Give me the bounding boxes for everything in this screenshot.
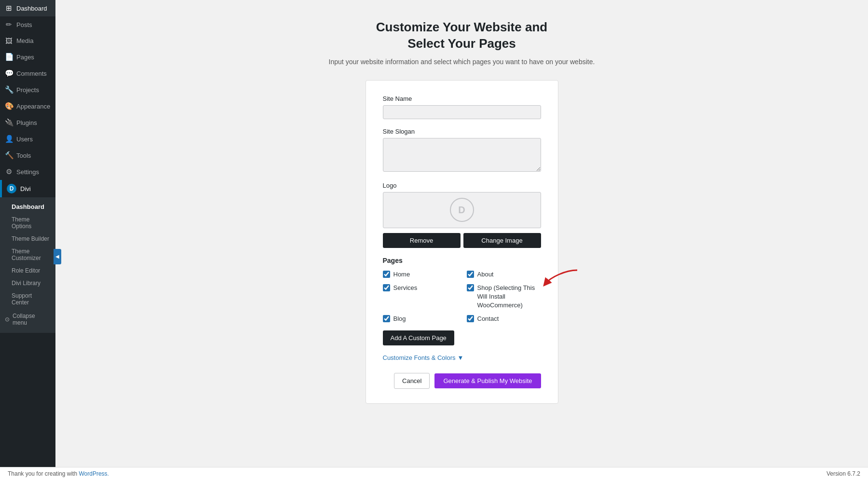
plugins-icon: 🔌 [5,118,13,127]
customize-chevron-icon: ▼ [458,354,464,361]
publish-button[interactable]: Generate & Publish My Website [434,373,541,388]
tools-icon: 🔨 [5,151,13,160]
logo-label: Logo [383,182,541,189]
site-name-input[interactable] [383,105,541,119]
divi-sub-support-center[interactable]: Support Center [0,289,55,309]
footer-text: Thank you for creating with WordPress. [8,470,109,477]
add-custom-page-button[interactable]: Add A Custom Page [383,330,454,345]
site-slogan-label: Site Slogan [383,128,541,135]
settings-icon: ⚙ [5,167,13,176]
wordpress-link[interactable]: WordPress. [79,470,108,477]
page-checkbox-home[interactable] [383,271,390,278]
site-slogan-group: Site Slogan [383,128,541,173]
logo-preview: D [383,192,541,228]
page-checkbox-services[interactable] [383,284,390,291]
divi-sub-divi-library[interactable]: Divi Library [0,277,55,289]
divi-submenu: Dashboard Theme Options Theme Builder Th… [0,197,55,333]
divi-section: D Divi Dashboard Theme Options Theme Bui… [0,180,55,333]
logo-circle-icon: D [450,198,474,222]
pages-grid: Home About [383,270,541,324]
sidebar: ⊞ Dashboard ✏ Posts 🖼 Media 📄 Pages 💬 Co… [0,0,55,480]
page-checkbox-shop[interactable] [467,284,474,291]
pages-icon: 📄 [5,53,13,61]
divi-sub-dashboard[interactable]: Dashboard [0,200,55,213]
cancel-button[interactable]: Cancel [394,373,430,389]
logo-group: Logo D Remove Change Image [383,182,541,248]
comments-icon: 💬 [5,69,13,78]
customize-fonts-link[interactable]: Customize Fonts & Colors ▼ [383,354,541,361]
change-image-button[interactable]: Change Image [463,233,541,248]
pages-section: Pages Home About [383,257,541,354]
footer-bar: Thank you for creating with WordPress. V… [0,467,868,480]
sidebar-item-media[interactable]: 🖼 Media [0,33,55,49]
page-checkbox-about[interactable] [467,271,474,278]
page-check-about: About [467,270,541,279]
media-icon: 🖼 [5,37,13,45]
appearance-icon: 🎨 [5,102,13,110]
sidebar-item-projects[interactable]: 🔧 Projects [0,82,55,98]
page-check-blog: Blog [383,315,457,323]
page-check-services: Services [383,284,457,310]
projects-icon: 🔧 [5,85,13,94]
divi-logo-icon: D [7,184,16,193]
sidebar-item-comments[interactable]: 💬 Comments [0,65,55,82]
divi-menu-item[interactable]: D Divi [0,180,55,197]
page-title: Customize Your Website and Select Your P… [376,19,547,52]
posts-icon: ✏ [5,20,13,29]
site-slogan-input[interactable] [383,138,541,172]
remove-logo-button[interactable]: Remove [383,233,461,248]
sidebar-item-appearance[interactable]: 🎨 Appearance [0,98,55,114]
page-subtitle: Input your website information and selec… [329,58,595,66]
customize-fonts-row: Customize Fonts & Colors ▼ [383,354,541,361]
page-check-contact: Contact [467,315,541,323]
sidebar-item-plugins[interactable]: 🔌 Plugins [0,114,55,131]
sidebar-item-pages[interactable]: 📄 Pages [0,49,55,65]
page-checkbox-blog[interactable] [383,315,390,322]
page-checkbox-contact[interactable] [467,315,474,322]
site-name-label: Site Name [383,95,541,102]
pages-section-label: Pages [383,257,541,264]
site-name-group: Site Name [383,95,541,119]
divi-sub-theme-customizer[interactable]: Theme Customizer [0,245,55,264]
sidebar-item-tools[interactable]: 🔨 Tools [0,147,55,164]
sidebar-collapse-arrow[interactable]: ◀ [54,249,61,264]
dashboard-icon: ⊞ [5,4,13,13]
red-arrow-annotation [541,268,580,292]
main-card: Site Name Site Slogan Logo D Remove Chan… [366,80,558,404]
sidebar-item-users[interactable]: 👤 Users [0,131,55,147]
version-text: Version 6.7.2 [827,470,860,477]
sidebar-item-settings[interactable]: ⚙ Settings [0,164,55,180]
divi-sub-role-editor[interactable]: Role Editor [0,264,55,277]
collapse-menu-button[interactable]: ⊙ Collapse menu [0,309,55,330]
collapse-menu-icon: ⊙ [5,316,10,323]
divi-sub-theme-builder[interactable]: Theme Builder [0,233,55,245]
main-content: Customize Your Website and Select Your P… [55,0,868,480]
logo-buttons: Remove Change Image [383,233,541,248]
page-check-home: Home [383,270,457,279]
sidebar-item-posts[interactable]: ✏ Posts [0,16,55,33]
page-check-shop: Shop (Selecting This Will Install WooCom… [467,284,541,310]
divi-sub-theme-options[interactable]: Theme Options [0,213,55,233]
users-icon: 👤 [5,135,13,143]
card-footer: Cancel Generate & Publish My Website [383,373,541,389]
sidebar-item-dashboard[interactable]: ⊞ Dashboard [0,0,55,16]
